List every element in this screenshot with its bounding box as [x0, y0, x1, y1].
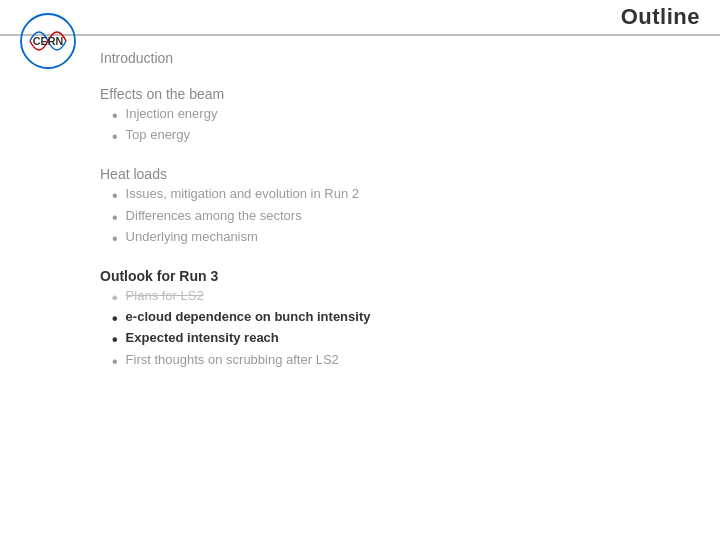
section-heat-loads-bullets: • Issues, mitigation and evolution in Ru… [100, 186, 700, 248]
bullet-icon: • [112, 208, 118, 227]
section-effects-bullets: • Injection energy • Top energy [100, 106, 700, 146]
list-item: • Underlying mechanism [112, 229, 700, 248]
section-introduction: Introduction [100, 50, 700, 66]
section-heat-loads: Heat loads • Issues, mitigation and evol… [100, 166, 700, 248]
list-item: • Plans for LS2 [112, 288, 700, 307]
bullet-icon: • [112, 106, 118, 125]
bullet-icon: • [112, 330, 118, 349]
bullet-icon: • [112, 186, 118, 205]
bullet-icon: • [112, 309, 118, 328]
list-item: • e-cloud dependence on bunch intensity [112, 309, 700, 328]
bullet-icon: • [112, 127, 118, 146]
list-item: • Injection energy [112, 106, 700, 125]
slide-title: Outline [621, 4, 700, 30]
svg-text:CERN: CERN [32, 34, 63, 46]
bullet-icon: • [112, 288, 118, 307]
section-outlook-title: Outlook for Run 3 [100, 268, 700, 284]
cern-logo: CERN [18, 11, 78, 71]
content-area: Introduction Effects on the beam • Injec… [100, 50, 700, 520]
list-item: • Issues, mitigation and evolution in Ru… [112, 186, 700, 205]
list-item: • Top energy [112, 127, 700, 146]
list-item: • Expected intensity reach [112, 330, 700, 349]
cern-logo-area: CERN [10, 8, 85, 73]
list-item: • Differences among the sectors [112, 208, 700, 227]
section-outlook-bullets: • Plans for LS2 • e-cloud dependence on … [100, 288, 700, 371]
section-heat-loads-title: Heat loads [100, 166, 700, 182]
section-outlook: Outlook for Run 3 • Plans for LS2 • e-cl… [100, 268, 700, 371]
section-effects-title: Effects on the beam [100, 86, 700, 102]
section-effects: Effects on the beam • Injection energy •… [100, 86, 700, 146]
top-bar: Outline [0, 0, 720, 36]
list-item: • First thoughts on scrubbing after LS2 [112, 352, 700, 371]
section-introduction-title: Introduction [100, 50, 700, 66]
bullet-icon: • [112, 352, 118, 371]
bullet-icon: • [112, 229, 118, 248]
slide: Outline CERN Introduction Effects on the… [0, 0, 720, 540]
